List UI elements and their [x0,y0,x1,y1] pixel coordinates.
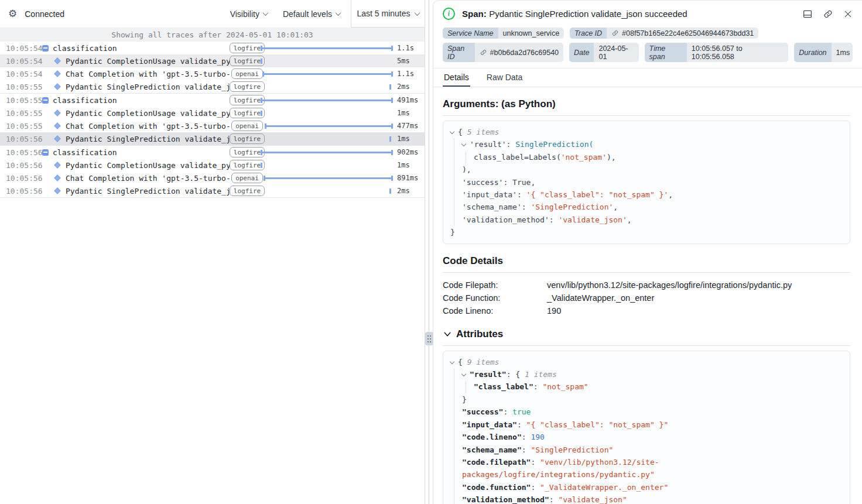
scope-badge: logfire [230,133,265,144]
code-token: SinglePrediction( [515,140,593,149]
span-icon-wrap [37,59,66,63]
trace-row[interactable]: 10:05:55Chat Completion with 'gpt-3.5-tu… [0,119,425,132]
duration-label: 1ms [393,161,425,169]
code-token: : { [507,370,525,379]
trace-name: classification [53,148,230,157]
trace-panel: ⚙ Connected Visibility Default levels La… [0,0,425,504]
duration-bar [261,161,393,169]
collapse-chevron-icon[interactable] [450,359,454,364]
attributes-json-line: } [450,393,843,406]
python-args-line: 'success': True, [450,176,843,188]
trace-row[interactable]: 10:05:56Pydantic SinglePrediction valida… [0,132,425,145]
collapse-icon[interactable] [37,149,53,156]
time-range-dropdown[interactable]: Last 5 minutes [351,0,425,28]
duration-bar [261,122,393,130]
meta-badge[interactable]: Trace ID#08f57b165e22c4e625046944673bdd3… [570,28,758,39]
attributes-json-line: "result": { 1 items [450,368,843,380]
scope-badge: logfire [230,186,265,196]
collapse-minus-icon[interactable] [42,149,49,156]
trace-row[interactable]: 10:05:55Pydantic SinglePrediction valida… [0,80,425,93]
visibility-dropdown[interactable]: Visibility [230,9,268,19]
chevron-down-icon[interactable] [443,330,452,339]
bar-cap [391,46,393,51]
close-icon[interactable] [843,9,853,19]
trace-row[interactable]: 10:05:54Pydantic CompletionUsage validat… [0,54,425,67]
duration-label: 2ms [393,187,425,195]
bar-cap [261,150,262,155]
collapse-chevron-icon[interactable] [461,372,466,376]
trace-name: Pydantic SinglePrediction validate_json [66,135,230,143]
meta-badge-value: unknown_service [498,28,565,39]
trace-name: Pydantic CompletionUsage validate_python [66,109,230,118]
code-token: : [517,420,526,429]
code-token: "code.filepath" [462,458,531,467]
meta-badge[interactable]: Span ID#b0b6da2d76c69540 [443,43,563,62]
trace-row[interactable]: 10:05:56Chat Completion with 'gpt-3.5-tu… [0,172,425,184]
meta-badge: Time span10:05:56.057 to 10:05:56.058 [645,43,789,62]
meta-badge-label: Duration [794,43,831,62]
trace-row[interactable]: 10:05:55classificationlogfire491ms [0,94,425,107]
meta-badge-value: #b0b6da2d76c69540 [475,43,563,62]
collapse-icon[interactable] [37,97,53,104]
span-icon-wrap [37,176,66,180]
trace-row[interactable]: 10:05:55Pydantic CompletionUsage validat… [0,107,425,119]
collapse-chevron-icon[interactable] [461,142,466,146]
default-levels-dropdown[interactable]: Default levels [283,9,340,19]
attributes-json-line: "validation_method": "validate_json" [450,493,843,504]
link-icon[interactable] [823,9,833,19]
trace-timestamp: 10:05:56 [0,161,37,170]
code-token: : [531,483,540,492]
collapse-chevron-icon[interactable] [450,129,454,134]
scope-badge-col: openai [234,68,261,79]
attributes-heading-row[interactable]: Attributes [443,328,850,340]
trace-row[interactable]: 10:05:54classificationlogfire1.1s [0,42,425,54]
code-token: 'validation_method': [462,215,558,224]
duration-bar [261,96,393,104]
code-detail-row: Code Lineno: 190 [443,304,850,317]
meta-badge-value: #08f57b165e22c4e625046944673bdd31 [607,28,758,39]
code-token: "code.function" [462,483,531,492]
visibility-label: Visibility [230,9,259,19]
code-token: "validation_method" [462,495,549,504]
collapse-icon[interactable] [37,45,53,52]
attributes-json-line: "schema_name": "SinglePrediction" [450,444,843,456]
trace-timestamp: 10:05:55 [0,109,37,118]
drag-handle-icon[interactable] [425,332,433,345]
attributes-json-line: "success": true [450,406,843,418]
bar-line [261,47,393,49]
meta-badge-value: 2024-05-01 [594,43,638,62]
code-token: 9 items [467,358,500,366]
collapse-minus-icon[interactable] [42,45,49,52]
trace-row[interactable]: 10:05:56Pydantic CompletionUsage validat… [0,159,425,172]
meta-badge-label: Trace ID [570,28,607,39]
duration-bar [261,109,393,117]
scope-badge: logfire [230,160,265,170]
tab-raw-data[interactable]: Raw Data [485,68,524,87]
bar-line [264,177,393,179]
meta-badge-value: 10:05:56.057 to 10:05:56.058 [687,43,789,62]
python-args-line: 'schema_name': 'SinglePrediction', [450,201,843,213]
trace-name: Chat Completion with 'gpt-3.5-turbo-0613… [66,174,230,183]
trace-row[interactable]: 10:05:56classificationlogfire902ms [0,146,425,159]
scope-badge-col: logfire [234,108,261,118]
scope-badge-col: openai [234,173,261,183]
collapse-minus-icon[interactable] [42,97,49,104]
meta-badge-value: 1ms [832,43,853,62]
code-token: "code.lineno" [462,433,522,441]
span-diamond-icon [54,83,60,90]
bar-tick [389,84,391,90]
code-function-label: Code Function: [443,292,547,304]
trace-row[interactable]: 10:05:54Chat Completion with 'gpt-3.5-tu… [0,67,425,80]
trace-row[interactable]: 10:05:56Pydantic SinglePrediction valida… [0,184,425,197]
python-args-block: { 5 items'result': SinglePrediction(clas… [443,121,850,244]
code-lineno-value: 190 [547,304,561,317]
duration-label: 491ms [393,96,425,104]
dock-panel-icon[interactable] [802,9,813,19]
span-title: Pydantic SinglePrediction validate_json … [489,9,687,19]
tab-details[interactable]: Details [443,68,470,87]
code-details-rows: Code Filepath: venv/lib/python3.12/site-… [443,279,850,317]
bar-cap [265,124,266,129]
gear-icon[interactable]: ⚙ [8,9,17,19]
span-icon-wrap [37,124,66,128]
trace-timestamp: 10:05:56 [0,148,37,157]
